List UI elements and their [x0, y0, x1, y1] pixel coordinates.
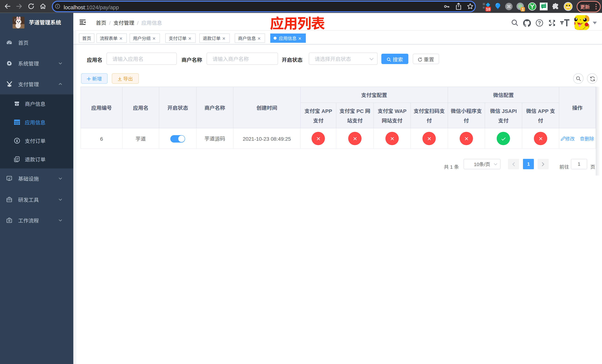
- svg-text:⌘: ⌘: [507, 4, 511, 9]
- svg-text:10: 10: [486, 7, 490, 11]
- svg-text:1: 1: [522, 7, 524, 11]
